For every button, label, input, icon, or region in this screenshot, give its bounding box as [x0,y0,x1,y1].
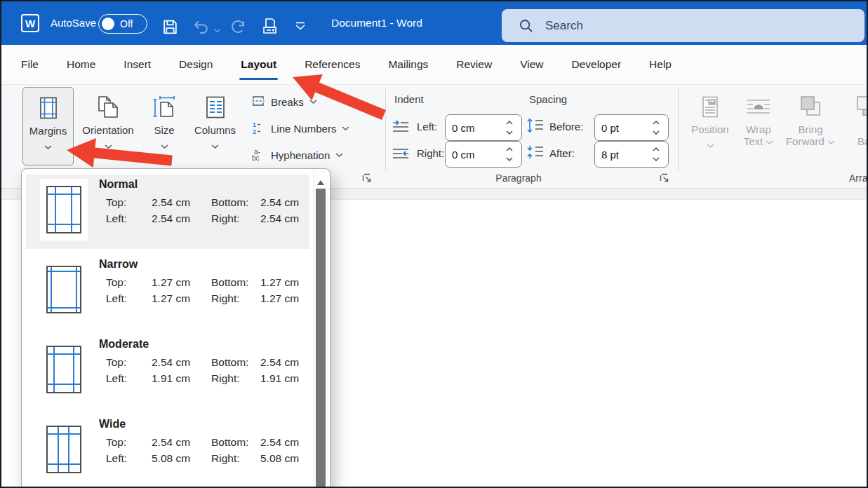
breaks-button[interactable]: Breaks [251,92,317,111]
margins-option-normal[interactable]: Normal Top:2.54 cmBottom:2.54 cm Left:2.… [26,175,309,249]
tab-view[interactable]: View [520,45,543,84]
spacing-before-spinner[interactable]: 0 pt [594,114,669,141]
size-button-label: Size [154,124,174,136]
scroll-up-icon[interactable] [316,176,325,189]
chevron-down-icon [211,140,219,145]
spinner-arrows[interactable] [502,147,521,161]
spinner-arrows[interactable] [649,121,668,135]
svg-text:1: 1 [253,121,256,128]
spinner-arrows[interactable] [502,121,521,135]
indent-right-spinner[interactable]: 0 cm [445,141,522,168]
arrange-group-label: Arra [849,172,867,184]
search-placeholder: Search [545,19,583,33]
tab-layout[interactable]: Layout [241,45,276,84]
ribbon-tab-row: File Home Insert Design Layout Reference… [1,45,867,84]
size-icon [152,91,176,123]
margins-option-narrow[interactable]: Narrow Top:1.27 cmBottom:1.27 cm Left:1.… [26,255,309,329]
tab-insert[interactable]: Insert [123,45,151,84]
wrap-text-button[interactable]: Wrap Text [737,87,780,165]
preset-values: Top:1.27 cmBottom:1.27 cm Left:1.27 cmRi… [106,276,316,305]
word-app-icon[interactable]: W [20,13,41,36]
page-setup-dialog-launcher[interactable] [362,173,372,183]
wrap-text-label-line2: Text [744,135,774,147]
spin-down-icon[interactable] [653,130,660,135]
indent-right-value: 0 cm [446,149,502,161]
preset-name: Moderate [99,338,316,351]
chevron-down-icon [309,100,317,104]
send-backward-button[interactable]: Bac [842,87,868,165]
columns-button[interactable]: Columns [188,87,242,165]
size-button[interactable]: Size [142,87,186,165]
margins-dropdown-menu: Normal Top:2.54 cmBottom:2.54 cm Left:2.… [21,168,330,488]
spin-up-icon[interactable] [506,147,513,151]
indent-left-icon [392,119,410,133]
title-bar: W AutoSave Off Document1 - Word [1,1,867,45]
paragraph-dialog-launcher[interactable] [660,173,669,183]
tab-developer[interactable]: Developer [571,45,621,84]
position-button[interactable]: Position [686,87,735,165]
orientation-icon [95,91,121,123]
svg-text:bc: bc [252,154,260,161]
wrap-text-label-line1: Wrap [746,123,771,135]
spinner-arrows[interactable] [649,147,668,161]
tab-file[interactable]: File [21,45,39,84]
autosave-toggle[interactable]: Off [98,14,147,34]
tab-design[interactable]: Design [179,45,213,84]
hyphenation-button[interactable]: a-bc Hyphenation [251,145,343,165]
margins-option-moderate[interactable]: Moderate Top:2.54 cmBottom:2.54 cm Left:… [26,334,309,409]
margin-preset-icon-narrow [40,259,88,320]
save-icon[interactable] [161,18,179,39]
dropdown-scrollbar[interactable] [313,170,328,488]
undo-dropdown-chevron-icon[interactable] [214,23,220,36]
paragraph-group-label: Paragraph [483,172,554,184]
hyphenation-label: Hyphenation [271,149,330,161]
spin-up-icon[interactable] [653,121,660,125]
margins-icon [36,92,60,124]
position-button-label: Position [691,123,728,135]
tab-mailings[interactable]: Mailings [388,45,428,84]
bring-forward-icon [799,91,822,123]
toggle-knob [102,18,114,30]
spin-up-icon[interactable] [653,147,660,151]
bring-forward-label-line2: Forward [786,135,835,147]
group-divider [385,88,386,171]
spin-down-icon[interactable] [653,157,660,161]
toggle-state-label: Off [120,18,133,29]
spin-down-icon[interactable] [506,130,513,135]
indent-left-spinner[interactable]: 0 cm [445,114,522,141]
spacing-after-spinner[interactable]: 8 pt [594,141,669,168]
margins-button[interactable]: Margins [22,87,74,165]
print-preview-icon[interactable] [260,17,279,39]
spacing-section-label: Spacing [529,93,567,105]
quick-access-toolbar-chevron-icon[interactable] [295,21,306,34]
spin-up-icon[interactable] [506,121,513,125]
tab-references[interactable]: References [305,45,360,84]
spacing-before-value: 0 pt [595,122,649,134]
tab-home[interactable]: Home [67,45,95,84]
scrollbar-thumb[interactable] [316,189,326,488]
spacing-before-label: Before: [549,121,583,133]
preset-values: Top:2.54 cmBottom:2.54 cm Left:5.08 cmRi… [106,436,316,465]
indent-right-icon [392,146,410,160]
search-box[interactable]: Search [502,9,864,42]
svg-text:2: 2 [253,128,256,135]
orientation-button[interactable]: Orientation [76,87,140,165]
bring-forward-button[interactable]: Bring Forward [782,87,839,165]
line-numbers-icon: 12 [251,121,265,137]
position-icon [698,91,722,123]
redo-icon[interactable] [229,18,248,39]
chevron-down-icon [161,140,168,145]
bring-forward-label-line1: Bring [798,123,822,135]
tab-help[interactable]: Help [649,45,672,84]
margins-option-wide[interactable]: Wide Top:2.54 cmBottom:2.54 cm Left:5.08… [26,414,309,488]
wrap-text-icon [746,91,771,123]
line-numbers-label: Line Numbers [271,123,336,135]
line-numbers-button[interactable]: 12 Line Numbers [251,118,349,138]
margin-preset-icon-wide [40,419,88,480]
spin-down-icon[interactable] [506,157,513,161]
spacing-after-label: After: [549,147,575,159]
tab-review[interactable]: Review [456,45,492,84]
svg-text:W: W [25,18,36,29]
chevron-down-icon [827,140,835,145]
undo-icon[interactable] [192,18,211,39]
